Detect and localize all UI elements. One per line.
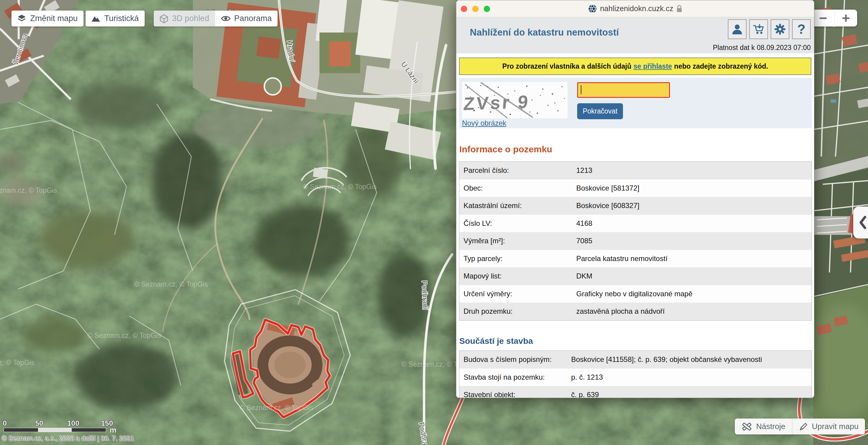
scale-bar-segments <box>4 428 106 432</box>
map-copyright: © Seznam.cz, a.s., 2023 a další | 30. 7.… <box>2 435 138 442</box>
svg-text:© Seznam.cz, © TopGis: © Seznam.cz, © TopGis <box>0 186 57 194</box>
row-label: Určení výměry: <box>459 289 576 298</box>
scale-ticks: 0 50 100 150 <box>0 419 138 427</box>
row-label: Stavební objekt: <box>459 390 571 398</box>
row-value: p. č. 1213 <box>571 373 812 381</box>
row-value: Boskovice [411558]; č. p. 639; objekt ob… <box>571 355 812 364</box>
view-3d-label: 3D pohled <box>172 14 209 23</box>
row-label: Typ parcely: <box>459 254 576 263</box>
scale-unit: m <box>110 426 116 435</box>
captcha-input[interactable] <box>577 82 670 98</box>
login-banner: Pro zobrazení vlastníka a dalších údajů … <box>459 58 811 75</box>
table-row: Mapový list: DKM <box>459 267 812 285</box>
page-title: Nahlížení do katastru nemovitostí <box>470 27 619 38</box>
row-label: Obec: <box>459 184 576 193</box>
row-value: 1213 <box>576 166 812 175</box>
panorama-eye-icon <box>221 15 230 22</box>
tools-button[interactable]: Nástroje <box>735 418 792 435</box>
maximize-window-button[interactable] <box>484 6 490 12</box>
table-row: Obec: Boskovice [581372] <box>459 179 812 197</box>
fountain <box>264 78 281 95</box>
captcha-image: ZVsr 9 <box>462 82 567 118</box>
header-icon-row: ? <box>728 19 811 39</box>
window-url[interactable]: nahlizenidokn.cuzk.cz <box>600 4 673 13</box>
tourist-layer-button[interactable]: Turistická <box>86 10 145 27</box>
row-label: Katastrální území: <box>459 201 576 210</box>
svg-text:© Seznam.cz, © TopGis: © Seznam.cz, © TopGis <box>87 332 161 339</box>
row-label: Stavba stojí na pozemku: <box>459 373 571 381</box>
layers-icon <box>17 14 26 23</box>
row-label: Číslo LV: <box>459 219 576 228</box>
settings-button[interactable] <box>771 19 789 39</box>
scale-tick-0: 0 <box>3 419 7 427</box>
address-area: nahlizenidokn.cuzk.cz <box>456 0 814 17</box>
table-row: Stavební objekt: č. p. 639 <box>459 386 812 398</box>
table-row: Stavba stojí na pozemku: p. č. 1213 <box>459 369 812 386</box>
app-header: Nahlížení do katastru nemovitostí <box>456 17 814 53</box>
row-value: DKM <box>576 272 812 280</box>
banner-text-before: Pro zobrazení vlastníka a dalších údajů <box>502 62 631 70</box>
map-tools-bar: Nástroje Upravit mapu <box>735 418 865 435</box>
zoom-control: − + <box>812 10 857 27</box>
data-validity: Platnost dat k 08.09.2023 07:00 <box>713 44 811 52</box>
help-button[interactable]: ? <box>792 19 811 39</box>
zoom-out-button[interactable]: − <box>812 10 835 27</box>
scale-tick-100: 100 <box>67 419 79 427</box>
parcel-info-table: Parcelní číslo: 1213 Obec: Boskovice [58… <box>459 161 812 321</box>
panorama-button[interactable]: Panorama <box>215 10 278 27</box>
captcha-code: ZVsr 9 <box>463 92 530 114</box>
mountain-icon <box>91 15 100 22</box>
text-cursor <box>581 85 581 94</box>
view-mode-group: 3D pohled Panorama <box>154 10 278 27</box>
tourist-layer-label: Turistická <box>104 14 139 23</box>
svg-text:© Seznam.cz, © TopGis: © Seznam.cz, © TopGis <box>134 280 208 288</box>
table-row: Určení výměry: Graficky nebo v digitaliz… <box>459 285 812 303</box>
continue-button[interactable]: Pokračovat <box>577 103 623 119</box>
screen: zámecký park Žerotínova Hradní U Lázní P… <box>0 0 868 445</box>
edit-map-button[interactable]: Upravit mapu <box>792 418 865 435</box>
row-value: Parcela katastru nemovitostí <box>576 254 812 263</box>
captcha-panel: ZVsr 9 Nový obrázek Pokračovat <box>459 78 812 128</box>
table-row: Výměra [m²]: 7085 <box>459 232 812 250</box>
table-row: Typ parcely: Parcela katastru nemovitost… <box>459 250 812 268</box>
change-map-label: Změnit mapu <box>30 14 78 23</box>
traffic-lights <box>461 6 490 12</box>
row-label: Druh pozemku: <box>459 307 576 315</box>
panel-expand-tab[interactable] <box>853 207 868 238</box>
table-row: Číslo LV: 4168 <box>459 215 812 233</box>
chevron-left-icon <box>859 215 867 230</box>
view-3d-button[interactable]: 3D pohled <box>154 10 215 27</box>
pencil-icon <box>799 422 808 431</box>
row-label: Budova s číslem popisným: <box>459 355 571 364</box>
row-value: č. p. 639 <box>571 390 812 398</box>
new-captcha-link[interactable]: Nový obrázek <box>462 119 506 127</box>
scale-tick-50: 50 <box>35 419 43 427</box>
row-value: zastavěná plocha a nádvoří <box>576 307 812 315</box>
login-link[interactable]: se přihlaste <box>633 62 672 70</box>
cart-button[interactable] <box>749 19 768 39</box>
svg-text:© Seznam.cz, © TopGis: © Seznam.cz, © TopGis <box>303 183 376 191</box>
row-value: Boskovice [608327] <box>576 201 812 210</box>
cube-icon <box>159 14 168 23</box>
row-label: Mapový list: <box>459 272 576 280</box>
tools-label: Nástroje <box>756 422 785 431</box>
close-window-button[interactable] <box>461 6 467 12</box>
panorama-label: Panorama <box>234 14 272 23</box>
table-row: Katastrální území: Boskovice [608327] <box>459 197 812 215</box>
person-icon <box>732 24 743 35</box>
building-section-heading: Součástí je stavba <box>459 336 533 346</box>
user-account-button[interactable] <box>728 19 747 39</box>
change-map-button[interactable]: Změnit mapu <box>11 10 84 27</box>
gear-icon <box>774 24 786 35</box>
zoom-in-button[interactable]: + <box>835 10 858 27</box>
banner-text-after: nebo zadejte zobrazený kód. <box>674 62 768 70</box>
browser-window: nahlizenidokn.cuzk.cz Nahlížení do katas… <box>456 0 814 398</box>
row-value: 4168 <box>576 219 812 228</box>
row-value: Graficky nebo v digitalizované mapě <box>576 289 812 298</box>
measure-tools-icon <box>741 421 752 432</box>
row-label: Výměra [m²]: <box>459 237 576 245</box>
table-row: Druh pozemku: zastavěná plocha a nádvoří <box>459 303 812 320</box>
minimize-window-button[interactable] <box>472 6 478 12</box>
street-label-podhradi: Podhradí <box>421 280 430 310</box>
help-icon: ? <box>798 23 806 36</box>
